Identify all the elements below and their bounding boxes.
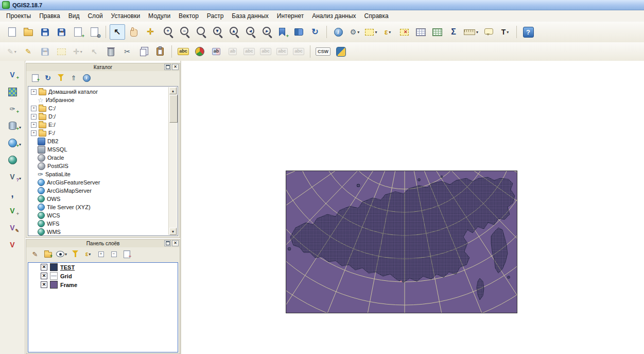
save-layer-edits-button[interactable]: ✎ (37, 44, 53, 59)
measure-line-button[interactable]: ▾ (462, 24, 480, 40)
tree-item-home[interactable]: +Домашний каталог (29, 88, 168, 96)
pan-map-button[interactable] (126, 24, 142, 40)
tree-item-oracle[interactable]: Oracle (29, 154, 168, 162)
new-shapefile-layer-button[interactable]: V+ (5, 204, 20, 217)
collapse-all-button[interactable]: − (108, 248, 119, 260)
add-spatialite-layer-button[interactable]: ✑+ (5, 102, 20, 115)
zoom-out-button[interactable]: − (176, 24, 191, 40)
layer-labeling-options-button[interactable]: abc (176, 44, 191, 59)
field-calculator-button[interactable] (429, 24, 445, 40)
zoom-next-button[interactable]: ▸ (258, 24, 273, 40)
expander-icon[interactable]: + (31, 89, 37, 95)
refresh-browser-button[interactable]: ↻ (42, 72, 54, 83)
menu-projects[interactable]: Проекты (2, 11, 35, 21)
layers-panel-titlebar[interactable]: Панель слоёв ✕ (26, 240, 180, 247)
labeling-properties-button[interactable]: ab (208, 44, 224, 59)
add-vector-layer-button[interactable]: V+ (5, 68, 20, 81)
menu-help[interactable]: Справка (360, 11, 393, 21)
browser-float-button[interactable] (164, 64, 171, 70)
scroll-up-button[interactable]: ▲ (169, 87, 177, 94)
expander-icon[interactable]: + (31, 122, 37, 128)
tree-item-wms[interactable]: WMS (29, 228, 168, 236)
expander-icon[interactable]: + (31, 114, 37, 120)
layer-row-grid[interactable]: ✕ Grid (28, 272, 178, 280)
new-print-composer-button[interactable]: + (70, 24, 85, 40)
help-button[interactable]: ? (520, 24, 536, 40)
current-edits-button[interactable]: ✎▾ (4, 44, 20, 59)
save-project-button[interactable] (37, 24, 53, 40)
window-titlebar[interactable]: QGIS2.18.7 (0, 0, 644, 10)
menu-web[interactable]: Интернет (273, 11, 308, 21)
tree-item-postgis[interactable]: PostGIS (29, 162, 168, 170)
layer-checkbox[interactable]: ✕ (41, 264, 47, 271)
deselect-all-button[interactable]: ✕ (396, 24, 412, 40)
add-wms-layer-button[interactable]: +▾ (5, 136, 20, 149)
show-bookmarks-button[interactable] (291, 24, 306, 40)
select-features-button[interactable]: ▾ (363, 24, 379, 40)
zoom-full-button[interactable] (192, 24, 207, 40)
browser-scrollbar[interactable]: ▲ ▼ (168, 87, 177, 235)
tree-item-drive-f[interactable]: +F:/ (29, 129, 168, 137)
text-annotation-button[interactable]: T▾ (497, 24, 513, 40)
menu-database[interactable]: База данных (228, 11, 272, 21)
copy-features-button[interactable] (136, 44, 151, 59)
open-layer-styling-button[interactable]: ✎ (29, 248, 41, 260)
paste-features-button[interactable] (152, 44, 168, 59)
show-hide-labels-button[interactable]: abc (258, 44, 273, 59)
open-attribute-table-button[interactable] (413, 24, 428, 40)
new-geopackage-layer-button[interactable]: V✎ (5, 221, 20, 234)
add-delimited-text-layer-button[interactable]: , (5, 187, 20, 200)
menu-settings[interactable]: Установки (107, 11, 144, 21)
add-postgis-layer-button[interactable]: +▾ (5, 119, 20, 132)
statistical-summary-button[interactable]: Σ (446, 24, 461, 40)
browser-panel-titlebar[interactable]: Каталог ✕ (26, 63, 180, 71)
zoom-in-button[interactable]: + (159, 24, 175, 40)
menu-processing[interactable]: Анализ данных (308, 11, 360, 21)
add-wcs-layer-button[interactable] (5, 153, 20, 166)
tree-item-mssql[interactable]: MSSQL (29, 145, 168, 154)
tree-item-tile-server[interactable]: Tile Server (XYZ) (29, 203, 168, 211)
tree-item-favorites[interactable]: ☆Избранное (29, 96, 168, 104)
tree-item-arcgis-feature[interactable]: ArcGisFeatureServer (29, 178, 168, 187)
touch-zoom-pan-button[interactable]: ↖ (110, 24, 125, 40)
expander-icon[interactable]: + (31, 106, 37, 111)
scroll-thumb[interactable] (169, 95, 178, 123)
select-by-expression-button[interactable]: ε▾ (380, 24, 395, 40)
menu-layer[interactable]: Слой (83, 11, 107, 21)
zoom-to-selection-button[interactable]: ▼ (208, 24, 224, 40)
pan-to-selection-button[interactable]: ✛ (143, 24, 158, 40)
node-tool-button[interactable]: ✛▾ (70, 44, 85, 59)
add-raster-layer-button[interactable] (5, 85, 20, 98)
composer-manager-button[interactable]: ⚙ (86, 24, 102, 40)
menu-plugins[interactable]: Модули (144, 11, 175, 21)
toggle-editing-button[interactable]: ✎ (21, 44, 36, 59)
properties-button[interactable]: i (81, 72, 92, 83)
zoom-last-button[interactable]: ◂ (241, 24, 257, 40)
tree-item-arcgis-map[interactable]: ArcGisMapServer (29, 187, 168, 195)
highlight-pinned-labels-button[interactable]: ab (225, 44, 240, 59)
panel-splitter[interactable] (180, 61, 181, 354)
browser-close-button[interactable]: ✕ (172, 64, 179, 70)
delete-selected-button[interactable] (103, 44, 118, 59)
tree-item-drive-c[interactable]: +C:/ (29, 104, 168, 112)
csw-search-button[interactable]: CSW (314, 44, 332, 59)
move-feature-button[interactable]: ↖ (86, 44, 102, 59)
map-tips-button[interactable] (481, 24, 496, 40)
manage-layer-visibility-button[interactable]: ▾ (55, 248, 68, 260)
collapse-all-button[interactable]: ⇑ (68, 72, 79, 83)
layer-row-test[interactable]: ✕ TEST (28, 263, 178, 272)
python-console-button[interactable] (333, 44, 349, 59)
tree-item-drive-d[interactable]: +D:/ (29, 112, 168, 121)
add-feature-button[interactable] (54, 44, 69, 59)
filter-legend-button[interactable] (69, 248, 81, 260)
open-project-button[interactable] (21, 24, 36, 40)
layer-checkbox[interactable]: ✕ (41, 281, 47, 288)
add-selected-layers-button[interactable]: + (29, 72, 41, 83)
menu-raster[interactable]: Растр (203, 11, 228, 21)
tree-item-db2[interactable]: DB2 (29, 137, 168, 145)
new-project-button[interactable] (4, 24, 20, 40)
layer-row-frame[interactable]: ✕ Frame (28, 280, 178, 289)
layer-checkbox[interactable]: ✕ (41, 273, 47, 279)
move-label-button[interactable]: abc (274, 44, 290, 59)
zoom-to-layer-button[interactable]: ▲ (225, 24, 240, 40)
